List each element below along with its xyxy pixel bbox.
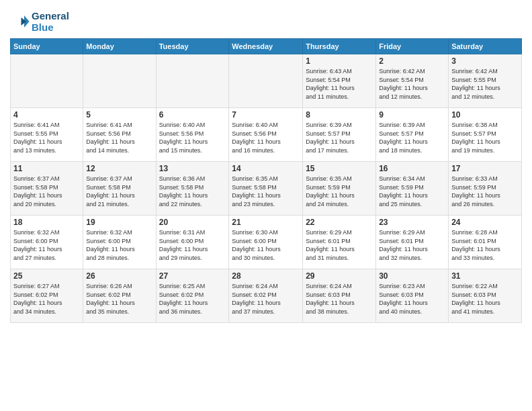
day-info: Sunrise: 6:25 AM Sunset: 6:02 PM Dayligh… — [159, 282, 226, 316]
calendar-cell — [229, 54, 303, 108]
calendar-cell: 30Sunrise: 6:23 AM Sunset: 6:03 PM Dayli… — [376, 269, 449, 323]
day-info: Sunrise: 6:31 AM Sunset: 6:00 PM Dayligh… — [159, 228, 226, 262]
day-info: Sunrise: 6:43 AM Sunset: 5:54 PM Dayligh… — [306, 67, 373, 101]
calendar-cell: 19Sunrise: 6:32 AM Sunset: 6:00 PM Dayli… — [83, 216, 156, 269]
day-info: Sunrise: 6:24 AM Sunset: 6:02 PM Dayligh… — [232, 282, 300, 316]
day-info: Sunrise: 6:32 AM Sunset: 6:00 PM Dayligh… — [13, 228, 80, 262]
calendar-week-row: 18Sunrise: 6:32 AM Sunset: 6:00 PM Dayli… — [11, 216, 522, 269]
day-info: Sunrise: 6:39 AM Sunset: 5:57 PM Dayligh… — [379, 121, 445, 154]
day-number: 19 — [86, 218, 152, 227]
day-info: Sunrise: 6:24 AM Sunset: 6:03 PM Dayligh… — [306, 282, 373, 316]
calendar-day-header: Monday — [83, 39, 156, 54]
day-info: Sunrise: 6:33 AM Sunset: 5:59 PM Dayligh… — [451, 175, 519, 208]
logo-icon — [10, 11, 30, 32]
day-info: Sunrise: 6:42 AM Sunset: 5:54 PM Dayligh… — [379, 67, 445, 101]
day-info: Sunrise: 6:34 AM Sunset: 5:59 PM Dayligh… — [379, 175, 445, 208]
calendar-cell: 8Sunrise: 6:39 AM Sunset: 5:57 PM Daylig… — [303, 108, 376, 162]
day-number: 7 — [232, 110, 300, 120]
day-number: 27 — [159, 271, 226, 281]
day-number: 26 — [86, 271, 152, 281]
calendar-cell: 10Sunrise: 6:38 AM Sunset: 5:57 PM Dayli… — [449, 108, 522, 162]
day-number: 24 — [451, 218, 519, 227]
calendar-cell: 15Sunrise: 6:35 AM Sunset: 5:59 PM Dayli… — [303, 162, 376, 216]
calendar-cell: 12Sunrise: 6:37 AM Sunset: 5:58 PM Dayli… — [83, 162, 156, 216]
day-info: Sunrise: 6:41 AM Sunset: 5:56 PM Dayligh… — [86, 121, 152, 154]
calendar-week-row: 11Sunrise: 6:37 AM Sunset: 5:58 PM Dayli… — [11, 162, 522, 216]
day-number: 23 — [379, 218, 445, 227]
calendar-day-header: Thursday — [303, 39, 376, 54]
calendar-day-header: Tuesday — [156, 39, 229, 54]
day-info: Sunrise: 6:32 AM Sunset: 6:00 PM Dayligh… — [86, 228, 152, 262]
day-info: Sunrise: 6:37 AM Sunset: 5:58 PM Dayligh… — [86, 175, 152, 208]
day-info: Sunrise: 6:23 AM Sunset: 6:03 PM Dayligh… — [379, 282, 445, 316]
calendar-day-header: Friday — [376, 39, 449, 54]
calendar-day-header: Sunday — [11, 39, 83, 54]
day-info: Sunrise: 6:26 AM Sunset: 6:02 PM Dayligh… — [86, 282, 152, 316]
calendar-cell: 31Sunrise: 6:22 AM Sunset: 6:03 PM Dayli… — [449, 269, 522, 323]
day-number: 18 — [13, 218, 80, 227]
day-info: Sunrise: 6:37 AM Sunset: 5:58 PM Dayligh… — [13, 175, 80, 208]
day-number: 13 — [159, 164, 226, 173]
calendar-cell: 17Sunrise: 6:33 AM Sunset: 5:59 PM Dayli… — [449, 162, 522, 216]
calendar-cell: 27Sunrise: 6:25 AM Sunset: 6:02 PM Dayli… — [156, 269, 229, 323]
header: General Blue — [10, 7, 522, 33]
calendar-cell: 7Sunrise: 6:40 AM Sunset: 5:56 PM Daylig… — [229, 108, 303, 162]
calendar-cell: 21Sunrise: 6:30 AM Sunset: 6:00 PM Dayli… — [229, 216, 303, 269]
day-number: 16 — [379, 164, 445, 173]
day-number: 4 — [13, 110, 80, 120]
day-number: 17 — [451, 164, 519, 173]
calendar-week-row: 1Sunrise: 6:43 AM Sunset: 5:54 PM Daylig… — [11, 54, 522, 108]
day-info: Sunrise: 6:40 AM Sunset: 5:56 PM Dayligh… — [232, 121, 300, 154]
calendar-day-header: Saturday — [449, 39, 522, 54]
day-number: 21 — [232, 218, 300, 227]
day-info: Sunrise: 6:27 AM Sunset: 6:02 PM Dayligh… — [13, 282, 80, 316]
calendar-table: SundayMondayTuesdayWednesdayThursdayFrid… — [10, 38, 522, 323]
calendar-cell — [11, 54, 83, 108]
calendar-cell: 14Sunrise: 6:35 AM Sunset: 5:58 PM Dayli… — [229, 162, 303, 216]
day-number: 1 — [306, 56, 373, 66]
day-info: Sunrise: 6:29 AM Sunset: 6:01 PM Dayligh… — [306, 228, 373, 262]
day-number: 25 — [13, 271, 80, 281]
day-number: 5 — [86, 110, 152, 120]
day-info: Sunrise: 6:30 AM Sunset: 6:00 PM Dayligh… — [232, 228, 300, 262]
calendar-cell: 22Sunrise: 6:29 AM Sunset: 6:01 PM Dayli… — [303, 216, 376, 269]
day-number: 11 — [13, 164, 80, 173]
day-info: Sunrise: 6:35 AM Sunset: 5:58 PM Dayligh… — [232, 175, 300, 208]
day-info: Sunrise: 6:38 AM Sunset: 5:57 PM Dayligh… — [451, 121, 519, 154]
calendar-cell — [83, 54, 156, 108]
day-info: Sunrise: 6:36 AM Sunset: 5:58 PM Dayligh… — [159, 175, 226, 208]
calendar-cell: 13Sunrise: 6:36 AM Sunset: 5:58 PM Dayli… — [156, 162, 229, 216]
calendar-header-row: SundayMondayTuesdayWednesdayThursdayFrid… — [11, 39, 522, 54]
day-number: 30 — [379, 271, 445, 281]
calendar-week-row: 25Sunrise: 6:27 AM Sunset: 6:02 PM Dayli… — [11, 269, 522, 323]
day-number: 2 — [379, 56, 445, 66]
logo: General Blue — [10, 10, 69, 33]
calendar-cell: 16Sunrise: 6:34 AM Sunset: 5:59 PM Dayli… — [376, 162, 449, 216]
day-number: 6 — [159, 110, 226, 120]
day-info: Sunrise: 6:29 AM Sunset: 6:01 PM Dayligh… — [379, 228, 445, 262]
day-number: 3 — [451, 56, 519, 66]
calendar-cell: 5Sunrise: 6:41 AM Sunset: 5:56 PM Daylig… — [83, 108, 156, 162]
day-number: 12 — [86, 164, 152, 173]
calendar-day-header: Wednesday — [229, 39, 303, 54]
day-number: 31 — [451, 271, 519, 281]
day-info: Sunrise: 6:39 AM Sunset: 5:57 PM Dayligh… — [306, 121, 373, 154]
page-container: General Blue SundayMondayTuesdayWednesda… — [0, 0, 532, 411]
day-number: 15 — [306, 164, 373, 173]
calendar-cell: 28Sunrise: 6:24 AM Sunset: 6:02 PM Dayli… — [229, 269, 303, 323]
day-number: 28 — [232, 271, 300, 281]
calendar-cell: 4Sunrise: 6:41 AM Sunset: 5:55 PM Daylig… — [11, 108, 83, 162]
day-info: Sunrise: 6:42 AM Sunset: 5:55 PM Dayligh… — [451, 67, 519, 101]
calendar-cell: 3Sunrise: 6:42 AM Sunset: 5:55 PM Daylig… — [449, 54, 522, 108]
day-info: Sunrise: 6:35 AM Sunset: 5:59 PM Dayligh… — [306, 175, 373, 208]
day-info: Sunrise: 6:28 AM Sunset: 6:01 PM Dayligh… — [451, 228, 519, 262]
logo-text: General Blue — [32, 10, 69, 33]
day-number: 22 — [306, 218, 373, 227]
calendar-cell — [156, 54, 229, 108]
calendar-cell: 9Sunrise: 6:39 AM Sunset: 5:57 PM Daylig… — [376, 108, 449, 162]
day-info: Sunrise: 6:41 AM Sunset: 5:55 PM Dayligh… — [13, 121, 80, 154]
day-number: 20 — [159, 218, 226, 227]
calendar-cell: 1Sunrise: 6:43 AM Sunset: 5:54 PM Daylig… — [303, 54, 376, 108]
calendar-cell: 24Sunrise: 6:28 AM Sunset: 6:01 PM Dayli… — [449, 216, 522, 269]
calendar-cell: 29Sunrise: 6:24 AM Sunset: 6:03 PM Dayli… — [303, 269, 376, 323]
